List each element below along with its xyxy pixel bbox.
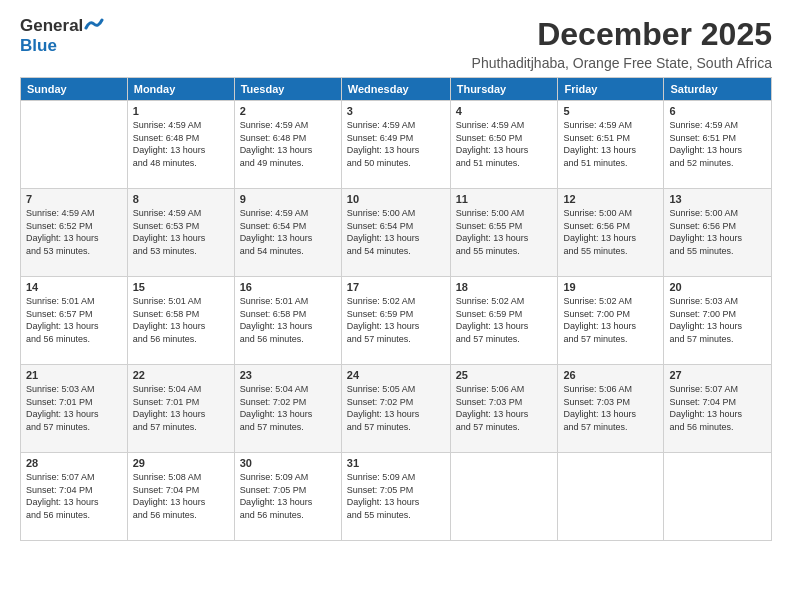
calendar-week-row: 7Sunrise: 4:59 AMSunset: 6:52 PMDaylight… (21, 189, 772, 277)
calendar-week-row: 14Sunrise: 5:01 AMSunset: 6:57 PMDayligh… (21, 277, 772, 365)
table-row: 24Sunrise: 5:05 AMSunset: 7:02 PMDayligh… (341, 365, 450, 453)
cell-content: Sunrise: 5:09 AMSunset: 7:05 PMDaylight:… (347, 471, 445, 521)
day-number: 25 (456, 369, 553, 381)
table-row: 16Sunrise: 5:01 AMSunset: 6:58 PMDayligh… (234, 277, 341, 365)
table-row: 28Sunrise: 5:07 AMSunset: 7:04 PMDayligh… (21, 453, 128, 541)
location-text: Phuthaditjhaba, Orange Free State, South… (472, 55, 772, 71)
day-number: 20 (669, 281, 766, 293)
cell-content: Sunrise: 5:00 AMSunset: 6:55 PMDaylight:… (456, 207, 553, 257)
cell-content: Sunrise: 4:59 AMSunset: 6:48 PMDaylight:… (240, 119, 336, 169)
table-row: 31Sunrise: 5:09 AMSunset: 7:05 PMDayligh… (341, 453, 450, 541)
cell-content: Sunrise: 5:07 AMSunset: 7:04 PMDaylight:… (669, 383, 766, 433)
day-number: 4 (456, 105, 553, 117)
cell-content: Sunrise: 5:04 AMSunset: 7:01 PMDaylight:… (133, 383, 229, 433)
logo-blue-text: Blue (20, 36, 57, 55)
day-number: 12 (563, 193, 658, 205)
day-number: 16 (240, 281, 336, 293)
calendar-week-row: 21Sunrise: 5:03 AMSunset: 7:01 PMDayligh… (21, 365, 772, 453)
table-row: 4Sunrise: 4:59 AMSunset: 6:50 PMDaylight… (450, 101, 558, 189)
day-number: 19 (563, 281, 658, 293)
table-row (21, 101, 128, 189)
table-row: 1Sunrise: 4:59 AMSunset: 6:48 PMDaylight… (127, 101, 234, 189)
table-row: 27Sunrise: 5:07 AMSunset: 7:04 PMDayligh… (664, 365, 772, 453)
table-row: 2Sunrise: 4:59 AMSunset: 6:48 PMDaylight… (234, 101, 341, 189)
day-number: 18 (456, 281, 553, 293)
table-row: 6Sunrise: 4:59 AMSunset: 6:51 PMDaylight… (664, 101, 772, 189)
table-row: 26Sunrise: 5:06 AMSunset: 7:03 PMDayligh… (558, 365, 664, 453)
calendar-table: Sunday Monday Tuesday Wednesday Thursday… (20, 77, 772, 541)
col-monday: Monday (127, 78, 234, 101)
table-row: 7Sunrise: 4:59 AMSunset: 6:52 PMDaylight… (21, 189, 128, 277)
day-number: 30 (240, 457, 336, 469)
page: General Blue December 2025 Phuthaditjhab… (0, 0, 792, 612)
day-number: 22 (133, 369, 229, 381)
day-number: 14 (26, 281, 122, 293)
day-number: 23 (240, 369, 336, 381)
cell-content: Sunrise: 5:03 AMSunset: 7:01 PMDaylight:… (26, 383, 122, 433)
cell-content: Sunrise: 5:09 AMSunset: 7:05 PMDaylight:… (240, 471, 336, 521)
cell-content: Sunrise: 5:00 AMSunset: 6:56 PMDaylight:… (563, 207, 658, 257)
day-number: 5 (563, 105, 658, 117)
day-number: 26 (563, 369, 658, 381)
table-row: 13Sunrise: 5:00 AMSunset: 6:56 PMDayligh… (664, 189, 772, 277)
logo-wave-icon (84, 16, 106, 32)
day-number: 28 (26, 457, 122, 469)
table-row: 3Sunrise: 4:59 AMSunset: 6:49 PMDaylight… (341, 101, 450, 189)
table-row: 8Sunrise: 4:59 AMSunset: 6:53 PMDaylight… (127, 189, 234, 277)
table-row: 22Sunrise: 5:04 AMSunset: 7:01 PMDayligh… (127, 365, 234, 453)
day-number: 3 (347, 105, 445, 117)
calendar-week-row: 28Sunrise: 5:07 AMSunset: 7:04 PMDayligh… (21, 453, 772, 541)
cell-content: Sunrise: 5:05 AMSunset: 7:02 PMDaylight:… (347, 383, 445, 433)
cell-content: Sunrise: 5:02 AMSunset: 6:59 PMDaylight:… (347, 295, 445, 345)
table-row: 11Sunrise: 5:00 AMSunset: 6:55 PMDayligh… (450, 189, 558, 277)
table-row (450, 453, 558, 541)
table-row: 9Sunrise: 4:59 AMSunset: 6:54 PMDaylight… (234, 189, 341, 277)
col-tuesday: Tuesday (234, 78, 341, 101)
cell-content: Sunrise: 5:02 AMSunset: 6:59 PMDaylight:… (456, 295, 553, 345)
table-row: 23Sunrise: 5:04 AMSunset: 7:02 PMDayligh… (234, 365, 341, 453)
cell-content: Sunrise: 5:01 AMSunset: 6:58 PMDaylight:… (240, 295, 336, 345)
table-row: 20Sunrise: 5:03 AMSunset: 7:00 PMDayligh… (664, 277, 772, 365)
cell-content: Sunrise: 4:59 AMSunset: 6:48 PMDaylight:… (133, 119, 229, 169)
logo-general-text: General (20, 16, 83, 36)
table-row: 25Sunrise: 5:06 AMSunset: 7:03 PMDayligh… (450, 365, 558, 453)
cell-content: Sunrise: 4:59 AMSunset: 6:49 PMDaylight:… (347, 119, 445, 169)
month-title: December 2025 (472, 16, 772, 53)
table-row: 10Sunrise: 5:00 AMSunset: 6:54 PMDayligh… (341, 189, 450, 277)
day-number: 21 (26, 369, 122, 381)
table-row: 17Sunrise: 5:02 AMSunset: 6:59 PMDayligh… (341, 277, 450, 365)
calendar-week-row: 1Sunrise: 4:59 AMSunset: 6:48 PMDaylight… (21, 101, 772, 189)
header-section: General Blue December 2025 Phuthaditjhab… (20, 16, 772, 71)
cell-content: Sunrise: 5:06 AMSunset: 7:03 PMDaylight:… (456, 383, 553, 433)
col-saturday: Saturday (664, 78, 772, 101)
day-number: 27 (669, 369, 766, 381)
day-number: 13 (669, 193, 766, 205)
table-row: 5Sunrise: 4:59 AMSunset: 6:51 PMDaylight… (558, 101, 664, 189)
cell-content: Sunrise: 4:59 AMSunset: 6:51 PMDaylight:… (563, 119, 658, 169)
cell-content: Sunrise: 4:59 AMSunset: 6:53 PMDaylight:… (133, 207, 229, 257)
day-number: 6 (669, 105, 766, 117)
day-number: 11 (456, 193, 553, 205)
cell-content: Sunrise: 5:00 AMSunset: 6:54 PMDaylight:… (347, 207, 445, 257)
calendar-header-row: Sunday Monday Tuesday Wednesday Thursday… (21, 78, 772, 101)
table-row: 19Sunrise: 5:02 AMSunset: 7:00 PMDayligh… (558, 277, 664, 365)
cell-content: Sunrise: 5:07 AMSunset: 7:04 PMDaylight:… (26, 471, 122, 521)
day-number: 2 (240, 105, 336, 117)
table-row: 21Sunrise: 5:03 AMSunset: 7:01 PMDayligh… (21, 365, 128, 453)
col-wednesday: Wednesday (341, 78, 450, 101)
cell-content: Sunrise: 5:01 AMSunset: 6:57 PMDaylight:… (26, 295, 122, 345)
table-row (558, 453, 664, 541)
cell-content: Sunrise: 4:59 AMSunset: 6:52 PMDaylight:… (26, 207, 122, 257)
table-row: 14Sunrise: 5:01 AMSunset: 6:57 PMDayligh… (21, 277, 128, 365)
logo: General Blue (20, 16, 106, 56)
table-row: 30Sunrise: 5:09 AMSunset: 7:05 PMDayligh… (234, 453, 341, 541)
table-row (664, 453, 772, 541)
col-friday: Friday (558, 78, 664, 101)
day-number: 10 (347, 193, 445, 205)
day-number: 17 (347, 281, 445, 293)
day-number: 8 (133, 193, 229, 205)
col-thursday: Thursday (450, 78, 558, 101)
cell-content: Sunrise: 5:08 AMSunset: 7:04 PMDaylight:… (133, 471, 229, 521)
cell-content: Sunrise: 5:02 AMSunset: 7:00 PMDaylight:… (563, 295, 658, 345)
cell-content: Sunrise: 5:04 AMSunset: 7:02 PMDaylight:… (240, 383, 336, 433)
